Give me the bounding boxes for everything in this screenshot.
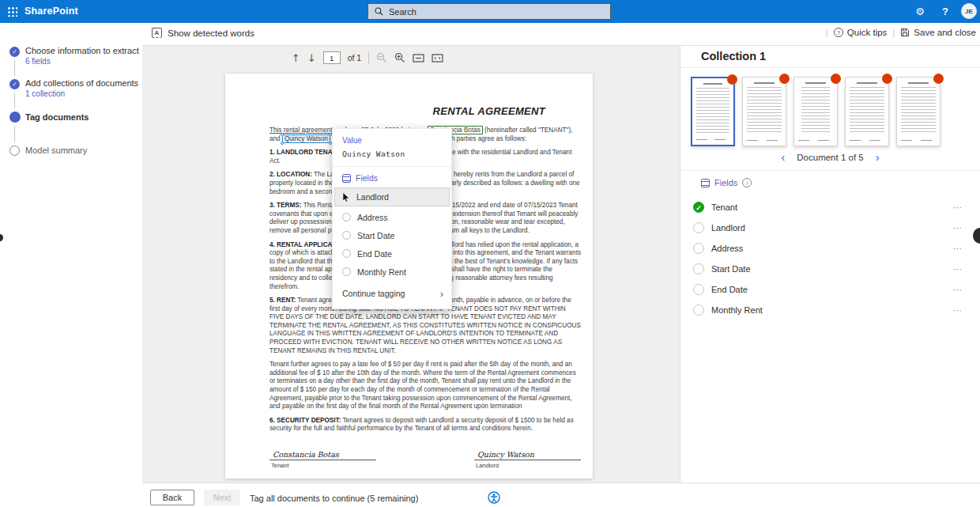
stepper-connector	[14, 93, 15, 108]
popup-item-landlord[interactable]: Landlord	[334, 187, 450, 206]
radio-icon	[342, 231, 351, 240]
selected-text: Quincy Watson	[285, 135, 328, 142]
field-row-monthly-rent[interactable]: Monthly Rent ⋯	[680, 300, 980, 320]
thumb-content	[754, 82, 775, 84]
fields-icon	[342, 174, 351, 183]
section-lead: 2. LOCATION:	[270, 171, 312, 178]
divider	[680, 67, 980, 68]
search-box[interactable]	[368, 3, 611, 20]
field-list: ✓ Tenant ⋯ Landlord ⋯ Address ⋯ Start Da…	[680, 197, 980, 320]
untagged-indicator-dot	[831, 74, 841, 84]
info-icon[interactable]: i	[742, 178, 752, 187]
progress-stepper: ✓ Choose information to extract 6 fields…	[0, 45, 142, 482]
field-name: Landlord	[711, 223, 745, 233]
field-row-start-date[interactable]: Start Date ⋯	[680, 259, 980, 279]
previous-page-icon[interactable]: ↑	[292, 52, 300, 64]
popup-value-label: Value	[333, 136, 451, 145]
previous-document-icon[interactable]: ‹	[781, 151, 785, 163]
field-untagged-circle	[693, 305, 704, 316]
page-count-label: of 1	[348, 53, 362, 62]
step-todo-icon	[9, 146, 20, 156]
document-thumbnail-4[interactable]	[845, 77, 889, 146]
popup-continue-tagging[interactable]: Continue tagging ›	[333, 285, 451, 302]
field-row-tenant[interactable]: ✓ Tenant ⋯	[680, 197, 980, 218]
signature-role: Tenant	[270, 462, 376, 469]
next-document-icon[interactable]: ›	[876, 151, 880, 163]
fit-width-icon[interactable]	[413, 54, 424, 62]
thumb-content	[805, 82, 826, 84]
stepper-sublink-collection[interactable]: 1 collection	[25, 89, 65, 98]
popup-item-end-date[interactable]: End Date	[333, 244, 451, 263]
popup-item-start-date[interactable]: Start Date	[333, 226, 451, 244]
page-number-input[interactable]	[323, 51, 341, 64]
field-tagged-check-icon: ✓	[693, 202, 704, 213]
document-thumbnail-2[interactable]	[742, 77, 786, 146]
radio-icon	[342, 213, 351, 221]
selected-landlord-value[interactable]: Quincy Watson	[282, 134, 330, 143]
accessibility-icon[interactable]	[488, 491, 500, 504]
stepper-item-model-summary[interactable]: Model summary	[25, 146, 87, 155]
document-paragraph: 6. SECURITY DEPOSIT: Tenant agrees to de…	[270, 417, 582, 433]
section-lead: 3. TERMS:	[270, 202, 302, 209]
stepper-item-add-collections[interactable]: Add collections of documents	[25, 78, 138, 88]
app-launcher-icon[interactable]	[7, 6, 17, 17]
help-icon[interactable]: ?	[937, 0, 953, 23]
popup-item-label: Landlord	[356, 192, 389, 202]
document-thumbnail-3[interactable]	[793, 77, 838, 146]
thumb-content	[850, 140, 861, 142]
popup-fields-header: Fields	[333, 172, 451, 187]
document-thumbnail-5[interactable]	[896, 77, 940, 146]
fields-header: Fields i	[701, 178, 752, 187]
fit-page-icon[interactable]	[432, 54, 443, 62]
search-input[interactable]	[389, 7, 586, 17]
more-options-icon[interactable]: ⋯	[953, 305, 963, 316]
document-navigator: ‹ Document 1 of 5 ›	[680, 151, 980, 163]
next-page-icon[interactable]: ↓	[307, 52, 316, 64]
brand-title[interactable]: SharePoint	[24, 0, 78, 23]
selection-handle[interactable]	[281, 142, 284, 145]
more-options-icon[interactable]: ⋯	[953, 264, 963, 274]
thumb-content	[857, 82, 877, 84]
command-bar: A Show detected words | ? Quick tips | S…	[0, 23, 980, 45]
stepper-item-choose-information[interactable]: Choose information to extract	[25, 46, 139, 55]
selection-handle[interactable]	[281, 133, 284, 136]
stepper-item-tag-documents[interactable]: Tag documents	[25, 112, 89, 122]
document-thumbnail-1[interactable]	[691, 77, 735, 146]
settings-gear-icon[interactable]: ⚙	[910, 0, 929, 23]
signature-name: Quincy Watson	[474, 450, 581, 460]
more-options-icon[interactable]: ⋯	[953, 202, 963, 213]
quick-tips-icon: ?	[834, 28, 843, 37]
save-and-close-button[interactable]: Save and close	[900, 28, 976, 37]
thumb-content	[696, 139, 707, 141]
thumb-content	[767, 140, 778, 142]
quick-tips-label: Quick tips	[847, 28, 888, 37]
field-row-end-date[interactable]: End Date ⋯	[680, 279, 980, 300]
quick-tips-button[interactable]: ? Quick tips	[834, 28, 888, 37]
field-row-address[interactable]: Address ⋯	[680, 238, 980, 259]
back-button[interactable]: Back	[150, 490, 194, 505]
step-current-icon	[9, 112, 21, 123]
detected-phrase[interactable]: This rental agreement	[270, 127, 333, 134]
next-button-disabled[interactable]: Next	[204, 490, 240, 505]
more-options-icon[interactable]: ⋯	[953, 244, 963, 254]
more-options-icon[interactable]: ⋯	[953, 223, 963, 233]
collection-panel: Collection 1	[680, 46, 980, 482]
more-options-icon[interactable]: ⋯	[953, 285, 963, 295]
thumb-content	[921, 140, 932, 142]
stepper-sublink-fields[interactable]: 6 fields	[25, 57, 51, 66]
document-title: RENTAL AGREEMENT	[270, 105, 582, 117]
field-row-landlord[interactable]: Landlord ⋯	[680, 218, 980, 238]
field-name: Tenant	[711, 202, 737, 212]
popup-item-address[interactable]: Address	[333, 208, 451, 226]
document-paragraph: Tenant further agrees to pay a late fee …	[270, 361, 582, 411]
field-name: End Date	[711, 285, 748, 294]
show-detected-words-button[interactable]: A Show detected words	[152, 28, 254, 38]
step-done-icon: ✓	[9, 47, 20, 57]
separator: |	[826, 28, 828, 37]
zoom-in-icon[interactable]	[394, 52, 405, 63]
fields-header-label: Fields	[714, 178, 737, 187]
popup-item-monthly-rent[interactable]: Monthly Rent	[333, 263, 451, 281]
thumb-content	[901, 140, 912, 142]
avatar[interactable]: JE	[961, 3, 977, 19]
zoom-out-icon[interactable]	[376, 52, 387, 63]
